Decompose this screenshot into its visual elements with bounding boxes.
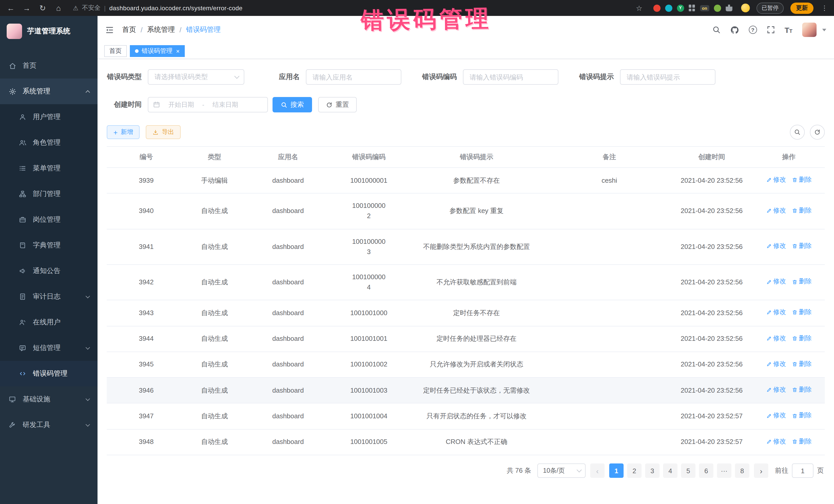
extensions-puzzle-icon[interactable] [726, 5, 732, 11]
delete-link[interactable]: 删除 [792, 307, 812, 317]
edit-link[interactable]: 修改 [766, 175, 786, 185]
security-warning-icon: ⚠ [73, 4, 79, 12]
edit-link[interactable]: 修改 [766, 277, 786, 287]
address-bar[interactable]: ⚠ 不安全 | dashboard.yudao.iocoder.cn/syste… [73, 4, 242, 12]
sidebar-item-devtool[interactable]: 研发工具 [0, 412, 97, 438]
delete-link[interactable]: 删除 [792, 411, 812, 421]
sidebar-item-notice[interactable]: 通知公告 [0, 258, 97, 284]
sidebar-item-system[interactable]: 系统管理 [0, 79, 97, 104]
delete-link[interactable]: 删除 [792, 385, 812, 395]
sidebar-item-online-user[interactable]: 在线用户 [0, 309, 97, 335]
delete-link[interactable]: 删除 [792, 206, 812, 216]
edit-link[interactable]: 修改 [766, 385, 786, 395]
user-avatar[interactable] [802, 23, 816, 37]
reset-button[interactable]: 重置 [318, 97, 357, 112]
sidebar-item-home[interactable]: 首页 [0, 53, 97, 79]
date-range-picker[interactable]: - [148, 97, 268, 112]
app-name-input[interactable] [306, 69, 401, 85]
browser-menu-icon[interactable]: ⋮ [821, 4, 828, 12]
extension-grid-icon[interactable] [688, 5, 695, 11]
start-date-input[interactable] [162, 101, 200, 109]
goto-page-input[interactable] [792, 463, 813, 478]
breadcrumb-item[interactable]: 首页 [122, 25, 136, 35]
sidebar-item-label: 菜单管理 [33, 164, 61, 173]
sidebar-item-sms[interactable]: 短信管理 [0, 335, 97, 361]
tab-错误码管理[interactable]: 错误码管理× [130, 45, 185, 57]
profile-emoji-avatar[interactable] [741, 4, 750, 12]
extension-red-icon[interactable] [653, 4, 660, 12]
edit-link[interactable]: 修改 [766, 307, 786, 317]
reload-icon[interactable]: ↻ [38, 3, 47, 13]
edit-link[interactable]: 修改 [766, 241, 786, 251]
page-button-8[interactable]: 8 [735, 463, 749, 478]
tab-首页[interactable]: 首页 [104, 45, 127, 57]
row-app: dashboard [243, 229, 333, 265]
tags-view: 首页错误码管理× [97, 44, 834, 59]
font-size-icon[interactable]: TT [785, 25, 792, 34]
edit-link[interactable]: 修改 [766, 437, 786, 447]
extension-teal-icon[interactable] [665, 4, 672, 12]
delete-link[interactable]: 删除 [792, 333, 812, 343]
sidebar-item-user[interactable]: 用户管理 [0, 104, 97, 130]
filter-row-1: 错误码类型 请选择错误码类型 应用名 错误码编码 错误码提示 [107, 69, 825, 85]
delete-link[interactable]: 删除 [792, 241, 812, 251]
sidebar-item-role[interactable]: 角色管理 [0, 130, 97, 155]
breadcrumb-item[interactable]: 错误码管理 [186, 25, 221, 35]
edit-link[interactable]: 修改 [766, 206, 786, 216]
forward-icon[interactable]: → [22, 4, 31, 12]
tab-close-icon[interactable]: × [176, 48, 180, 54]
help-icon[interactable]: ? [749, 26, 757, 34]
browser-home-icon[interactable]: ⌂ [54, 4, 63, 12]
delete-link[interactable]: 删除 [792, 359, 812, 369]
edit-link[interactable]: 修改 [766, 411, 786, 421]
toggle-search-button[interactable] [790, 125, 805, 139]
export-button[interactable]: 导出 [146, 125, 181, 139]
sidebar-item-dict[interactable]: 字典管理 [0, 233, 97, 258]
page-button-1[interactable]: 1 [609, 463, 623, 478]
extension-lightgreen-icon[interactable] [714, 4, 721, 12]
sidebar-item-error-code[interactable]: 错误码管理 [0, 361, 97, 387]
page-button-2[interactable]: 2 [627, 463, 641, 478]
next-page-button[interactable]: › [754, 463, 768, 478]
update-button[interactable]: 更新 [790, 2, 813, 14]
sidebar-item-infra[interactable]: 基础设施 [0, 387, 97, 412]
end-date-input[interactable] [206, 101, 244, 109]
error-hint-input[interactable] [620, 69, 716, 85]
delete-link[interactable]: 删除 [792, 437, 812, 447]
sidebar-item-dept[interactable]: 部门管理 [0, 181, 97, 207]
page-size-select[interactable]: 10条/页 [537, 463, 586, 478]
sidebar-collapse-icon[interactable] [105, 25, 114, 34]
logo[interactable]: 芋道管理系统 [0, 16, 97, 47]
error-type-select[interactable]: 请选择错误码类型 [148, 69, 244, 85]
page-button-6[interactable]: 6 [699, 463, 714, 478]
fullscreen-icon[interactable] [767, 26, 775, 34]
back-icon[interactable]: ← [6, 4, 15, 12]
page-button-5[interactable]: 5 [681, 463, 696, 478]
bookmark-star-icon[interactable]: ☆ [636, 4, 642, 12]
edit-link-label: 修改 [773, 437, 786, 447]
search-button[interactable]: 搜索 [272, 97, 312, 112]
extension-on-badge[interactable]: on [700, 5, 709, 11]
delete-link[interactable]: 删除 [792, 175, 812, 185]
page-button-3[interactable]: 3 [645, 463, 659, 478]
edit-link[interactable]: 修改 [766, 333, 786, 343]
sidebar-item-menu[interactable]: 菜单管理 [0, 155, 97, 181]
refresh-table-button[interactable] [810, 125, 825, 139]
page-ellipsis[interactable]: ··· [717, 463, 731, 478]
avatar-caret-icon[interactable] [822, 28, 826, 31]
breadcrumb-item[interactable]: 系统管理 [147, 25, 175, 35]
search-icon[interactable] [712, 26, 720, 34]
extensions-row: Y on [653, 4, 732, 12]
sidebar-item-post[interactable]: 岗位管理 [0, 207, 97, 233]
prev-page-button[interactable]: ‹ [590, 463, 605, 478]
delete-link[interactable]: 删除 [792, 277, 812, 287]
error-code-input[interactable] [463, 69, 558, 85]
page-button-4[interactable]: 4 [663, 463, 678, 478]
edit-link-label: 修改 [773, 307, 786, 317]
github-icon[interactable] [730, 25, 739, 34]
paused-badge[interactable]: 已暂停 [756, 2, 784, 14]
edit-link[interactable]: 修改 [766, 359, 786, 369]
add-button[interactable]: + 新增 [107, 125, 139, 139]
extension-green-icon[interactable]: Y [677, 4, 684, 12]
sidebar-item-audit-log[interactable]: 审计日志 [0, 284, 97, 309]
